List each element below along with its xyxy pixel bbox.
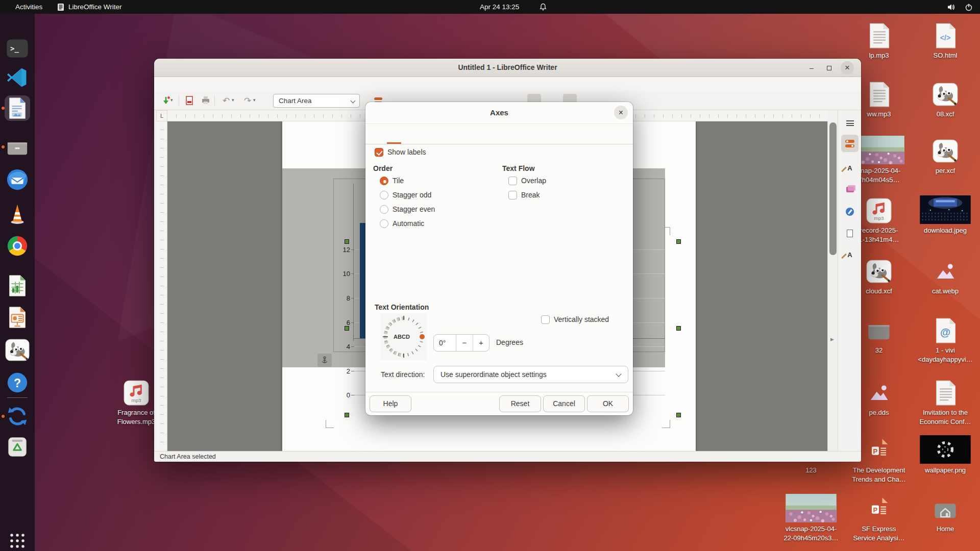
desktop-icon[interactable]: per.xcf: [914, 136, 977, 176]
menu-item[interactable]: [192, 77, 203, 91]
selection-handle[interactable]: [676, 239, 681, 244]
svg-text:>_: >_: [10, 44, 19, 53]
dialog-tab[interactable]: [401, 124, 415, 144]
top-bar: Activities LibreOffice Writer Apr 24 13:…: [0, 0, 980, 14]
clock[interactable]: Apr 24 13:25: [480, 0, 519, 14]
chart-toolbar-icon[interactable]: [640, 94, 654, 108]
vertically-stacked-label: Vertically stacked: [554, 315, 609, 323]
dock-item[interactable]: [0, 434, 35, 461]
dialog-tab[interactable]: [373, 124, 387, 144]
redo-caret[interactable]: ▾: [253, 97, 256, 103]
dock-item[interactable]: [0, 305, 35, 331]
styles-icon[interactable]: A: [841, 159, 859, 177]
dock-item[interactable]: [0, 404, 35, 430]
undo-icon[interactable]: ↶: [219, 94, 233, 107]
minimize-button[interactable]: –: [805, 61, 818, 74]
sidebar-settings-icon[interactable]: [841, 114, 859, 132]
close-button[interactable]: ×: [841, 61, 854, 74]
window-titlebar[interactable]: Untitled 1 - LibreOffice Writer – ×: [154, 59, 861, 77]
svg-text:ABCD: ABCD: [394, 334, 410, 340]
checkbox[interactable]: [508, 191, 517, 199]
radio-button[interactable]: [380, 205, 388, 214]
vertically-stacked-checkbox[interactable]: [541, 315, 550, 324]
rotation-dial[interactable]: ABCD: [381, 313, 427, 360]
desktop-icon[interactable]: Home: [914, 494, 977, 534]
redo-icon[interactable]: ↷: [241, 94, 254, 107]
notification-bell-icon[interactable]: [539, 3, 547, 11]
print-icon[interactable]: [199, 94, 212, 107]
reset-button[interactable]: Reset: [499, 395, 541, 412]
power-icon[interactable]: [965, 3, 973, 11]
dock-item[interactable]: [0, 201, 35, 227]
style-inspector-icon[interactable]: A: [841, 246, 859, 263]
selection-handle[interactable]: [345, 413, 349, 417]
menu-item[interactable]: [181, 77, 192, 91]
desktop-icon[interactable]: download.jpeg: [914, 195, 977, 235]
increment-button[interactable]: +: [473, 335, 489, 351]
degrees-spinner[interactable]: 0° − +: [433, 334, 489, 352]
dialog-tab[interactable]: [415, 124, 430, 144]
menu-item[interactable]: [158, 77, 169, 91]
desktop-icon[interactable]: lp.mp3: [847, 20, 911, 60]
menu-item[interactable]: [237, 77, 248, 91]
export-pdf-icon[interactable]: [183, 94, 196, 107]
selection-handle[interactable]: [676, 326, 681, 331]
desktop-icon[interactable]: 08.xcf: [914, 79, 977, 119]
menu-item[interactable]: [226, 77, 237, 91]
radio-button[interactable]: [380, 191, 388, 199]
desktop-icon-image: [914, 195, 977, 224]
undo-caret[interactable]: ▾: [232, 97, 234, 103]
gallery-icon[interactable]: [841, 181, 859, 198]
dock-item[interactable]: [0, 337, 35, 364]
activities-button[interactable]: Activities: [12, 0, 45, 14]
selection-handle[interactable]: [345, 239, 349, 244]
text-direction-dropdown[interactable]: Use superordinate object settings: [433, 366, 628, 383]
desktop-icon[interactable]: wallpaper.png: [914, 435, 977, 475]
degrees-value[interactable]: 0°: [434, 335, 456, 351]
dock-item[interactable]: [0, 528, 35, 551]
tabstop-selector[interactable]: L: [156, 110, 167, 121]
dock-item[interactable]: [0, 273, 35, 299]
volume-icon[interactable]: [947, 3, 955, 11]
radio-button[interactable]: [380, 219, 388, 228]
dock-item[interactable]: [0, 95, 35, 122]
app-window-icon: [57, 3, 64, 11]
desktop-icon[interactable]: @ 1 - vivi <daydayhappyvi…: [914, 315, 977, 364]
menu-item[interactable]: [203, 77, 214, 91]
radio-button[interactable]: [380, 177, 388, 185]
load-url-caret[interactable]: ▾: [170, 97, 173, 103]
ok-button[interactable]: OK: [587, 395, 629, 412]
cancel-button[interactable]: Cancel: [543, 395, 585, 412]
dock-item[interactable]: >_: [0, 36, 35, 63]
dock-item[interactable]: [0, 134, 35, 161]
vertical-scrollbar[interactable]: [827, 121, 838, 451]
desktop-icon[interactable]: </> SO.html: [914, 20, 977, 60]
show-labels-checkbox[interactable]: [375, 148, 383, 157]
help-button[interactable]: Help: [370, 395, 411, 412]
scrollbar-thumb[interactable]: [829, 122, 837, 255]
dock-item[interactable]: [0, 167, 35, 193]
dock-item[interactable]: [0, 233, 35, 260]
sidebar-expand-icon[interactable]: ▶: [830, 337, 834, 342]
dock-item-icon: [5, 134, 30, 160]
selection-handle[interactable]: [345, 326, 349, 331]
menu-item[interactable]: [214, 77, 226, 91]
desktop-icon[interactable]: vlcsnap-2025-04- 22-09h45m20s3…: [779, 494, 843, 543]
maximize-button[interactable]: [822, 61, 836, 74]
desktop-icon[interactable]: P SF Express Service Analysi…: [847, 494, 911, 543]
dock-item[interactable]: [0, 65, 35, 91]
focused-app-menu[interactable]: LibreOffice Writer: [57, 0, 122, 14]
decrement-button[interactable]: −: [456, 335, 472, 351]
desktop-icon[interactable]: Invitation to the Economic Conf…: [914, 378, 977, 427]
dialog-close-icon[interactable]: ×: [614, 106, 628, 119]
dock-item[interactable]: ?: [0, 370, 35, 396]
page-deck-icon[interactable]: [841, 224, 859, 242]
menu-item[interactable]: [169, 77, 181, 91]
properties-deck-icon[interactable]: [841, 135, 859, 152]
selection-handle[interactable]: [676, 413, 681, 417]
navigator-icon[interactable]: [841, 203, 859, 220]
chart-element-selector[interactable]: Chart Area: [273, 94, 360, 108]
dialog-tab[interactable]: [387, 124, 401, 144]
checkbox[interactable]: [508, 177, 517, 185]
desktop-icon[interactable]: cat.webp: [914, 256, 977, 296]
